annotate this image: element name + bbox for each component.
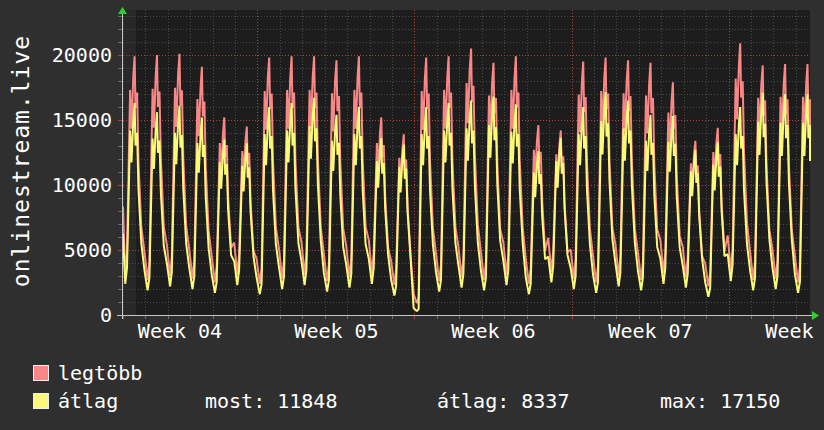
- y-tick-label: 15000: [22, 110, 112, 130]
- x-tick-label: Week 07: [571, 320, 731, 342]
- y-tick-label: 0: [22, 305, 112, 325]
- y-tick-label: 20000: [22, 45, 112, 65]
- y-tick-label: 5000: [22, 240, 112, 260]
- x-tick-label: Week 06: [414, 320, 574, 342]
- stat-most: most: 11848: [205, 391, 337, 411]
- x-tick-label: Week 04: [100, 320, 260, 342]
- stat-atlag: átlag: 8337: [437, 391, 569, 411]
- graph-panel: onlinestream.live 05000100001500020000 W…: [0, 0, 824, 430]
- legend-label-legtobb: legtöbb: [58, 363, 142, 383]
- legend-label-atlag: átlag: [58, 391, 118, 411]
- stat-max: max: 17150: [660, 391, 780, 411]
- x-tick-label: Week 08: [728, 320, 824, 342]
- x-tick-label: Week 05: [257, 320, 417, 342]
- y-tick-label: 10000: [22, 175, 112, 195]
- legend-swatch-atlag: [33, 393, 49, 409]
- legend-swatch-legtobb: [33, 365, 49, 381]
